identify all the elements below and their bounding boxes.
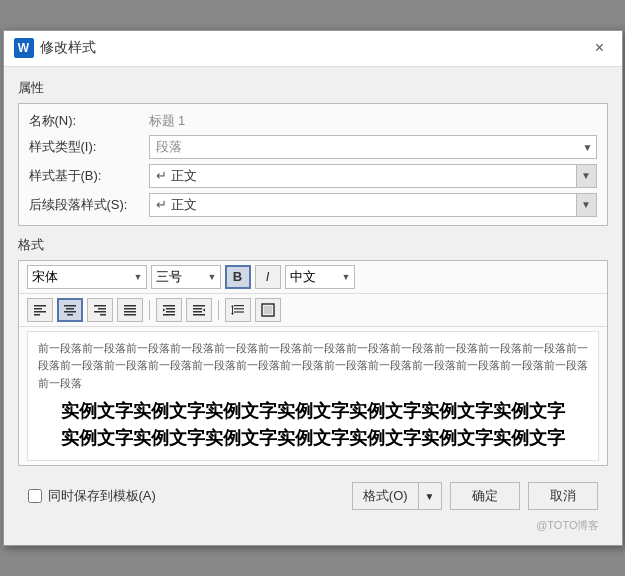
svg-rect-27 [234,308,244,309]
style-based-return-icon: ↵ [156,168,167,183]
preview-area: 前一段落前一段落前一段落前一段落前一段落前一段落前一段落前一段落前一段落前一段落… [27,331,599,462]
svg-rect-3 [34,314,40,316]
font-toolbar: 宋体 ▼ 三号 ▼ B I 中文 ▼ [19,261,607,294]
line-spacing-button[interactable] [225,298,251,322]
following-select-wrapper: ↵ 正文 ▼ [149,193,597,217]
watermark-text: @TOTO博客 [18,518,608,535]
align-right-icon [93,303,107,317]
dialog-title: 修改样式 [40,39,96,57]
style-type-label: 样式类型(I): [29,138,149,156]
style-type-select-wrapper: 段落 ▼ [149,135,597,159]
svg-rect-13 [124,308,136,310]
align-center-icon [63,303,77,317]
title-bar: W 修改样式 × [4,31,622,67]
bottom-row: 同时保存到模板(A) 格式(O) ▼ 确定 取消 [18,476,608,518]
svg-rect-6 [64,311,76,313]
sample-line-2: 实例文字实例文字实例文字实例文字实例文字实例文字实例文字 [38,425,588,452]
dialog-body: 属性 名称(N): 标题 1 样式类型(I): 段落 ▼ 样式基于(B): [4,67,622,546]
toolbar-divider-2 [218,300,219,320]
toolbar-divider-1 [149,300,150,320]
properties-section-label: 属性 [18,79,608,97]
style-based-select-wrapper: ↵ 正文 ▼ [149,164,597,188]
preview-sample: 实例文字实例文字实例文字实例文字实例文字实例文字实例文字 实例文字实例文字实例文… [38,398,588,452]
border-button[interactable] [255,298,281,322]
svg-rect-0 [34,305,46,307]
svg-rect-18 [166,311,175,313]
svg-rect-24 [193,314,205,316]
following-label: 后续段落样式(S): [29,196,149,214]
name-value: 标题 1 [149,112,597,130]
style-based-label: 样式基于(B): [29,167,149,185]
svg-marker-30 [231,313,234,315]
svg-rect-15 [124,314,136,316]
properties-section: 名称(N): 标题 1 样式类型(I): 段落 ▼ 样式基于(B): ↵ 正文 [18,103,608,226]
following-dropdown-btn[interactable]: ▼ [576,194,596,216]
lang-wrapper: 中文 ▼ [285,265,355,289]
preview-prev-text: 前一段落前一段落前一段落前一段落前一段落前一段落前一段落前一段落前一段落前一段落… [38,340,588,393]
format-dropdown-button[interactable]: 格式(O) ▼ [352,482,442,510]
style-based-dropdown-btn[interactable]: ▼ [576,165,596,187]
save-to-template-text: 同时保存到模板(A) [48,487,156,505]
following-row: 后续段落样式(S): ↵ 正文 ▼ [29,193,597,217]
svg-rect-23 [193,311,202,313]
save-to-template-checkbox[interactable] [28,489,42,503]
bold-button[interactable]: B [225,265,251,289]
decrease-indent-button[interactable] [186,298,212,322]
style-based-row: 样式基于(B): ↵ 正文 ▼ [29,164,597,188]
svg-rect-33 [264,306,272,314]
svg-rect-7 [67,314,73,316]
align-toolbar [19,294,607,327]
following-value: 正文 [171,196,576,214]
style-type-select[interactable]: 段落 [149,135,597,159]
align-left-button[interactable] [27,298,53,322]
svg-rect-10 [94,311,106,313]
following-return-icon: ↵ [156,197,167,212]
align-center-button[interactable] [57,298,83,322]
svg-rect-12 [124,305,136,307]
style-type-row: 样式类型(I): 段落 ▼ [29,135,597,159]
decrease-indent-icon [192,303,206,317]
font-name-select[interactable]: 宋体 [27,265,147,289]
app-icon: W [14,38,34,58]
name-label: 名称(N): [29,112,149,130]
format-section-label: 格式 [18,236,608,254]
italic-button[interactable]: I [255,265,281,289]
svg-marker-25 [202,308,205,311]
sample-line-1: 实例文字实例文字实例文字实例文字实例文字实例文字实例文字 [38,398,588,425]
close-button[interactable]: × [588,36,612,60]
save-to-template-label[interactable]: 同时保存到模板(A) [28,487,156,505]
lang-select[interactable]: 中文 [285,265,355,289]
svg-rect-26 [234,305,244,306]
svg-marker-29 [231,305,234,307]
name-row: 名称(N): 标题 1 [29,112,597,130]
svg-rect-28 [234,311,244,312]
style-based-value: 正文 [171,167,576,185]
svg-rect-11 [100,314,106,316]
format-btn-main-label: 格式(O) [353,483,419,509]
border-icon [261,303,275,317]
increase-indent-button[interactable] [156,298,182,322]
cancel-button[interactable]: 取消 [528,482,598,510]
title-bar-left: W 修改样式 [14,38,96,58]
format-dropdown-arrow-icon[interactable]: ▼ [419,483,441,509]
align-justify-icon [123,303,137,317]
increase-indent-icon [162,303,176,317]
svg-marker-20 [163,308,166,311]
ok-button[interactable]: 确定 [450,482,520,510]
font-size-select[interactable]: 三号 [151,265,221,289]
svg-rect-22 [193,308,202,310]
align-right-button[interactable] [87,298,113,322]
svg-rect-5 [66,308,74,310]
svg-rect-2 [34,311,46,313]
svg-rect-31 [232,307,233,313]
svg-rect-21 [193,305,205,307]
format-section: 宋体 ▼ 三号 ▼ B I 中文 ▼ [18,260,608,467]
svg-rect-4 [64,305,76,307]
svg-rect-8 [94,305,106,307]
svg-rect-14 [124,311,136,313]
align-left-icon [33,303,47,317]
font-size-wrapper: 三号 ▼ [151,265,221,289]
svg-rect-17 [166,308,175,310]
align-justify-button[interactable] [117,298,143,322]
svg-rect-9 [98,308,106,310]
